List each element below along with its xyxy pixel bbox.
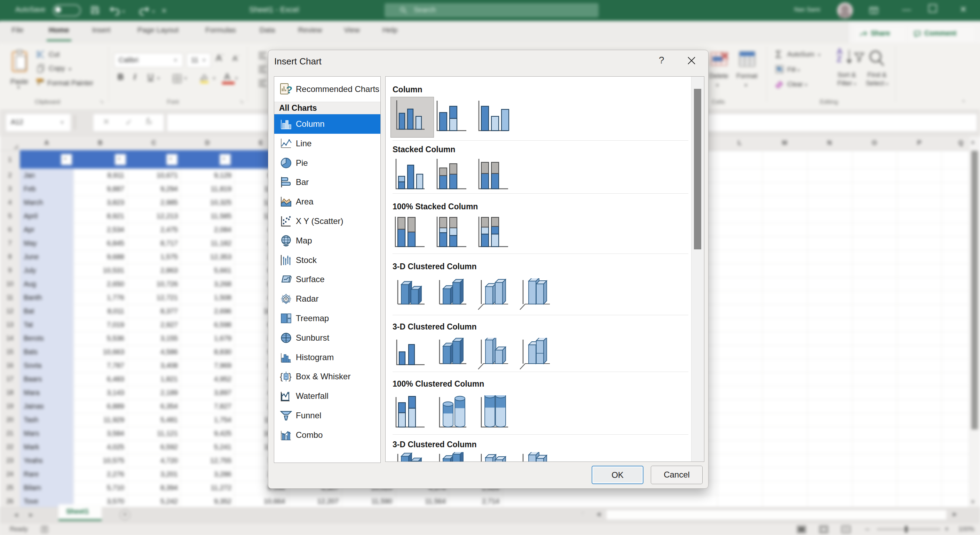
svg-text:?: ? bbox=[286, 84, 292, 96]
svg-text:{: { bbox=[280, 371, 283, 382]
svg-text:}: } bbox=[288, 371, 292, 382]
